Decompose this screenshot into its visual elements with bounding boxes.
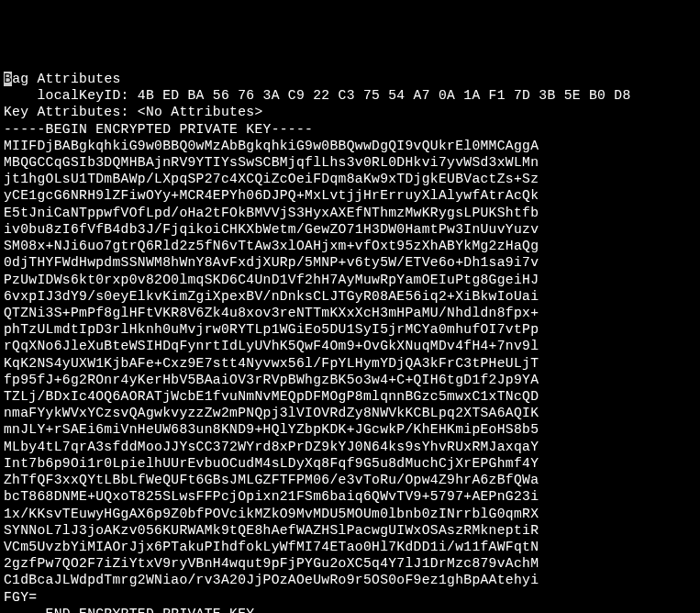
line-keydata: yCE1gcG6NRH9lZFiwOYy+MCR4EPYh06DJPQ+MxLv… [4,187,696,204]
line-keydata: iv0bu8zI6fVfB4db3J/FjqikoiCHKXbWetm/GewZ… [4,221,696,238]
line-keydata: phTzULmdtIpD3rlHknh0uMvjrw0RYTLp1WGiEo5D… [4,321,696,338]
line-keydata: fp95fJ+6g2ROnr4yKerHbV5BAaiOV3rRVpBWhgzB… [4,372,696,388]
line-keydata: TZLj/BDxIc4OQ6AORATjWcbE1fvuNmNvMEQpDFMO… [4,388,696,405]
line-keydata: 0djTHYFWdHwpdmSSNWM8hWnY8AvFxdjXURp/5MNP… [4,254,696,271]
line-end-key: -----END ENCRYPTED PRIVATE KEY----- [4,606,696,613]
line-keydata: 2gzfPw7QO2F7iZiYtxV9ryVBnH4wqut9pFjPYGu2… [4,555,696,572]
line-keydata: KqK2NS4yUXW1KjbAFe+Cxz9E7stt4Nyvwx56l/Fp… [4,355,696,372]
line-keydata: C1dBcaJLWdpdTmrg2WNiao/rv3A20JjPOzAOeUwR… [4,572,696,588]
line-keydata: 1x/KKsvTEuwyHGgAX6p9Z0bfPOVcikMZkO9MvMDU… [4,506,696,522]
line-keydata: MLby4tL7qrA3sfddMooJJYsCC372WYrd8xPrDZ9k… [4,439,696,455]
line-keydata: Int7b6p9Oi1r0LpielhUUrEvbuOCudM4sLDyXq8F… [4,455,696,472]
line-keydata: FGY= [4,589,696,606]
line-bag-attributes: Bag Attributes [4,71,696,87]
line-keydata: jt1hgOLsU1TDmBAWp/LXpqSP27c4XCQiZcOeiFDq… [4,171,696,187]
line-keydata: mnJLY+rSAEi6miVnHeUW683un8KND9+HQlYZbpKD… [4,421,696,438]
line-keydata: VCm5UvzbYiMIAOrJjx6PTakuPIhdfokLyWfMI74E… [4,539,696,555]
line-keydata: rQqXNo6JleXuBteWSIHDqFynrtIdLyUVhK5QwF4O… [4,338,696,354]
line-begin-key: -----BEGIN ENCRYPTED PRIVATE KEY----- [4,121,696,138]
line-keydata: ZhTfQF3xxQYtLBbLfWeQUFt6GBsJMLGZFTFPM06/… [4,472,696,488]
line-local-key-id: localKeyID: 4B ED BA 56 76 3A C9 22 C3 7… [4,87,696,104]
line-keydata: SYNNoL7lJ3joAKzv056KURWAMk9tQE8hAefWAZHS… [4,522,696,539]
line-keydata: MIIFDjBABgkqhkiG9w0BBQ0wMzAbBgkqhkiG9w0B… [4,138,696,154]
cursor-highlight: B [4,72,12,86]
line-keydata: QTZNi3S+PmPf8glHFtVKR8V6Zk4u8xov3reNTTmK… [4,305,696,321]
line-keydata: PzUwIDWs6kt0rxp0v82O0lmqSKD6C4UnD1Vf2hH7… [4,272,696,288]
line-keydata: SM08x+NJi6uo7gtrQ6Rld2z5fN6vTtAw3xlOAHjx… [4,238,696,254]
line-keydata: 6vxpIJ3dY9/s0eyElkvKimZgiXpexBV/nDnksCLJ… [4,288,696,305]
line-keydata: nmaFYykWVxYCzsvQAgwkvyzzZw2mPNQpj3lVIOVR… [4,405,696,421]
line-keydata: MBQGCCqGSIb3DQMHBAjnRV9YTIYsSwSCBMjqflLh… [4,154,696,171]
terminal-output: Bag Attributes localKeyID: 4B ED BA 56 7… [4,71,696,613]
line-keydata: bcT868DNME+UQxoT825SLwsFFPcjOpixn21FSm6b… [4,488,696,505]
line-key-attributes: Key Attributes: <No Attributes> [4,104,696,120]
line-keydata: E5tJniCaNTppwfVOfLpd/oHa2tFOkBMVVjS3HyxA… [4,205,696,221]
